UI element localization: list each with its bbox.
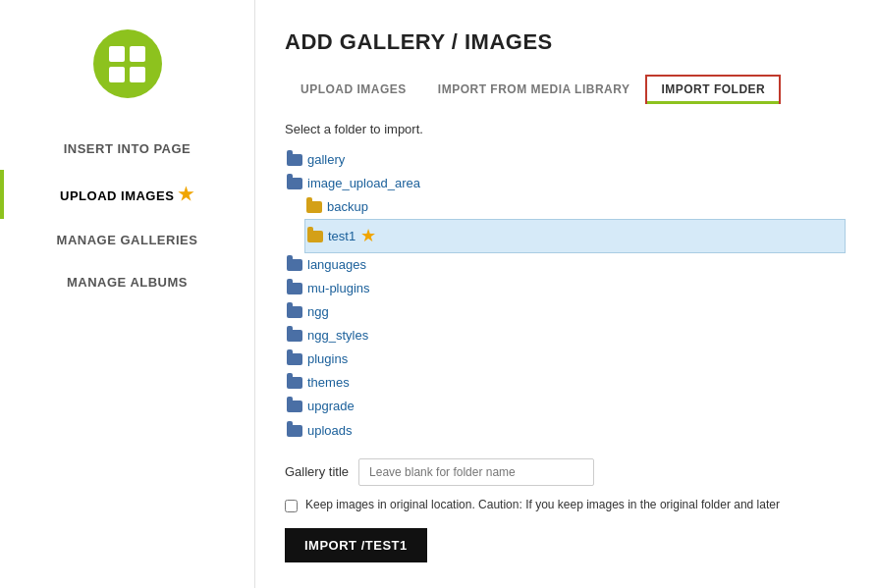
folder-item-uploads[interactable]: uploads [285, 419, 846, 443]
folder-item-test1[interactable]: test1 ★ [304, 219, 846, 253]
page-title: ADD GALLERY / IMAGES [285, 29, 846, 55]
main-content: ADD GALLERY / IMAGES UPLOAD IMAGES IMPOR… [255, 0, 875, 588]
logo [93, 29, 162, 98]
folder-item-gallery[interactable]: gallery [285, 148, 846, 172]
folder-icon-ngg [287, 306, 302, 318]
section-description: Select a folder to import. [285, 122, 846, 136]
sidebar: INSERT INTO PAGE UPLOAD IMAGES ★ MANAGE … [0, 0, 255, 588]
folder-item-languages[interactable]: languages [285, 253, 846, 277]
test1-star-icon: ★ [360, 221, 376, 251]
folder-icon-upgrade [287, 401, 302, 412]
keep-images-label: Keep images in original location. Cautio… [305, 498, 780, 511]
folder-icon-themes [287, 377, 302, 389]
folder-item-upgrade[interactable]: upgrade [285, 395, 846, 418]
tabs: UPLOAD IMAGES IMPORT FROM MEDIA LIBRARY … [285, 75, 846, 104]
sidebar-item-manage-albums[interactable]: MANAGE ALBUMS [0, 261, 254, 303]
folder-icon-gallery [287, 154, 302, 166]
folder-item-ngg-styles[interactable]: ngg_styles [285, 324, 846, 347]
folder-item-mu-plugins[interactable]: mu-plugins [285, 277, 846, 300]
folder-icon-test1 [307, 231, 323, 242]
sidebar-item-manage-galleries[interactable]: MANAGE GALLERIES [0, 219, 254, 261]
folder-icon-image-upload-area [287, 178, 302, 189]
sidebar-nav: INSERT INTO PAGE UPLOAD IMAGES ★ MANAGE … [0, 128, 254, 303]
tab-upload-images[interactable]: UPLOAD IMAGES [285, 75, 422, 104]
upload-images-star-icon: ★ [178, 184, 194, 205]
folder-item-ngg[interactable]: ngg [285, 300, 846, 324]
sidebar-item-upload-images[interactable]: UPLOAD IMAGES ★ [0, 170, 254, 219]
logo-cell-4 [130, 67, 145, 82]
import-button[interactable]: IMPORT /TEST1 [285, 528, 427, 562]
folder-icon-backup [306, 201, 322, 213]
folder-item-backup[interactable]: backup [304, 195, 846, 219]
keep-images-row: Keep images in original location. Cautio… [285, 498, 846, 512]
folder-list: gallery image_upload_area backup test1 ★ [285, 148, 846, 443]
logo-cell-1 [109, 46, 125, 62]
folder-icon-uploads [287, 425, 302, 437]
folder-section: Select a folder to import. gallery image… [285, 122, 846, 568]
folder-icon-plugins [287, 353, 302, 365]
sidebar-item-insert-into-page[interactable]: INSERT INTO PAGE [0, 128, 254, 170]
logo-grid [109, 46, 145, 82]
folder-item-image-upload-area[interactable]: image_upload_area [285, 172, 846, 195]
keep-images-checkbox[interactable] [285, 500, 298, 512]
folder-item-plugins[interactable]: plugins [285, 347, 846, 371]
tab-import-from-media-library[interactable]: IMPORT FROM MEDIA LIBRARY [422, 75, 646, 104]
gallery-title-input[interactable] [358, 458, 594, 486]
tab-import-folder[interactable]: IMPORT FOLDER [645, 75, 781, 104]
gallery-title-row: Gallery title [285, 458, 846, 486]
logo-cell-2 [130, 46, 145, 62]
gallery-title-label: Gallery title [285, 464, 349, 479]
logo-cell-3 [109, 67, 125, 82]
folder-icon-languages [287, 259, 302, 271]
folder-icon-mu-plugins [287, 283, 302, 294]
folder-icon-ngg-styles [287, 330, 302, 342]
folder-item-themes[interactable]: themes [285, 371, 846, 395]
